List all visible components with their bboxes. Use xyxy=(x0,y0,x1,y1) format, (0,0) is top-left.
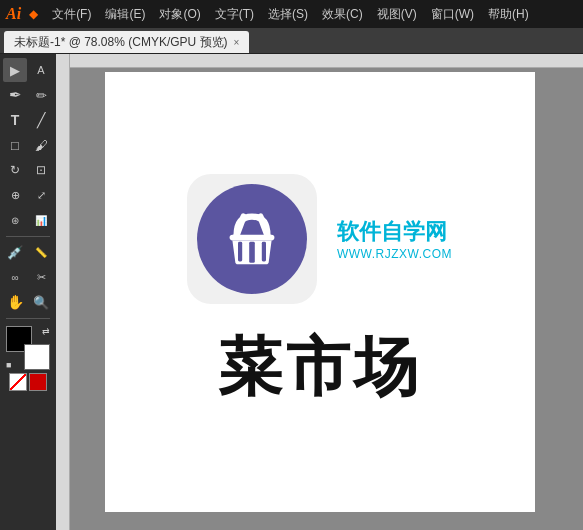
menu-window[interactable]: 窗口(W) xyxy=(425,4,480,25)
pencil-tool[interactable]: ✏ xyxy=(29,83,53,107)
swap-colors-icon[interactable]: ⇄ xyxy=(42,326,50,336)
none-swatch[interactable] xyxy=(9,373,27,391)
color-swatches: ⇄ ■ xyxy=(6,326,50,370)
menu-effect[interactable]: 效果(C) xyxy=(316,4,369,25)
canvas-area: 软件自学网 WWW.RJZXW.COM 菜市场 xyxy=(56,54,583,530)
rectangle-tool[interactable]: □ xyxy=(3,133,27,157)
tool-group-type: T ╱ xyxy=(0,108,56,132)
background-color[interactable] xyxy=(24,344,50,370)
tool-group-rotate: ↻ ⊡ xyxy=(0,158,56,182)
menu-text[interactable]: 文字(T) xyxy=(209,4,260,25)
tool-group-eyedropper: 💉 📏 xyxy=(0,240,56,264)
menu-edit[interactable]: 编辑(E) xyxy=(99,4,151,25)
svg-rect-3 xyxy=(249,241,255,262)
toolbar-divider-2 xyxy=(6,318,50,319)
free-transform-tool[interactable]: ⤢ xyxy=(29,183,53,207)
chinese-title: 菜市场 xyxy=(218,324,422,411)
paintbrush-tool[interactable]: 🖌 xyxy=(29,133,53,157)
menu-object[interactable]: 对象(O) xyxy=(153,4,206,25)
line-tool[interactable]: ╱ xyxy=(29,108,53,132)
toolbar: ▶ A ✒ ✏ T ╱ □ 🖌 ↻ ⊡ ⊕ ⤢ ⊛ 📊 💉 xyxy=(0,54,56,530)
menu-view[interactable]: 视图(V) xyxy=(371,4,423,25)
tab-close-button[interactable]: × xyxy=(234,37,240,48)
slice-tool[interactable]: ✂ xyxy=(29,265,53,289)
toolbar-divider xyxy=(6,236,50,237)
type-tool[interactable]: T xyxy=(3,108,27,132)
watermark-sub-text: WWW.RJZXW.COM xyxy=(337,247,452,261)
tool-group-symbol: ⊛ 📊 xyxy=(0,208,56,232)
measure-tool[interactable]: 📏 xyxy=(29,240,53,264)
menu-bar: 文件(F) 编辑(E) 对象(O) 文字(T) 选择(S) 效果(C) 视图(V… xyxy=(46,4,535,25)
basket-icon xyxy=(217,204,287,274)
extra-color-row xyxy=(9,373,47,391)
direct-select-tool[interactable]: A xyxy=(29,58,53,82)
blend-tool[interactable]: ∞ xyxy=(3,265,27,289)
tab-label: 未标题-1* @ 78.08% (CMYK/GPU 预览) xyxy=(14,34,228,51)
document-tab[interactable]: 未标题-1* @ 78.08% (CMYK/GPU 预览) × xyxy=(4,31,249,53)
hand-tool[interactable]: ✋ xyxy=(3,290,27,314)
menu-help[interactable]: 帮助(H) xyxy=(482,4,535,25)
tool-group-shape: □ 🖌 xyxy=(0,133,56,157)
rotate-tool[interactable]: ↻ xyxy=(3,158,27,182)
ruler-left xyxy=(56,54,70,530)
warp-tool[interactable]: ⊕ xyxy=(3,183,27,207)
icon-circle xyxy=(197,184,307,294)
ruler-top xyxy=(56,54,583,68)
app-icon xyxy=(187,174,317,304)
title-bar: Ai ◆ 文件(F) 编辑(E) 对象(O) 文字(T) 选择(S) 效果(C)… xyxy=(0,0,583,28)
svg-rect-4 xyxy=(238,241,242,261)
zoom-tool[interactable]: 🔍 xyxy=(29,290,53,314)
main-area: ▶ A ✒ ✏ T ╱ □ 🖌 ↻ ⊡ ⊕ ⤢ ⊛ 📊 💉 xyxy=(0,54,583,530)
tool-group-navigate: ✋ 🔍 xyxy=(0,290,56,314)
pen-tool[interactable]: ✒ xyxy=(3,83,27,107)
tab-bar: 未标题-1* @ 78.08% (CMYK/GPU 预览) × xyxy=(0,28,583,54)
menu-file[interactable]: 文件(F) xyxy=(46,4,97,25)
content-group: 软件自学网 WWW.RJZXW.COM xyxy=(187,174,452,304)
svg-line-0 xyxy=(237,216,244,235)
color-swatch-red[interactable] xyxy=(29,373,47,391)
eyedropper-tool[interactable]: 💉 xyxy=(3,240,27,264)
svg-rect-5 xyxy=(262,241,266,261)
orange-diamond-icon: ◆ xyxy=(29,7,38,21)
watermark-main-text: 软件自学网 xyxy=(337,217,447,247)
symbol-tool[interactable]: ⊛ xyxy=(3,208,27,232)
column-graph-tool[interactable]: 📊 xyxy=(29,208,53,232)
svg-rect-2 xyxy=(230,234,275,240)
default-colors-icon[interactable]: ■ xyxy=(6,360,11,370)
artboard: 软件自学网 WWW.RJZXW.COM 菜市场 xyxy=(105,72,535,512)
menu-select[interactable]: 选择(S) xyxy=(262,4,314,25)
scale-tool[interactable]: ⊡ xyxy=(29,158,53,182)
tool-group-pen: ✒ ✏ xyxy=(0,83,56,107)
watermark: 软件自学网 WWW.RJZXW.COM xyxy=(337,217,452,261)
svg-line-1 xyxy=(260,216,267,235)
app-logo: Ai xyxy=(6,5,21,23)
tool-group-blend: ∞ ✂ xyxy=(0,265,56,289)
select-tool[interactable]: ▶ xyxy=(3,58,27,82)
tool-group-select: ▶ A xyxy=(0,58,56,82)
tool-group-warp: ⊕ ⤢ xyxy=(0,183,56,207)
